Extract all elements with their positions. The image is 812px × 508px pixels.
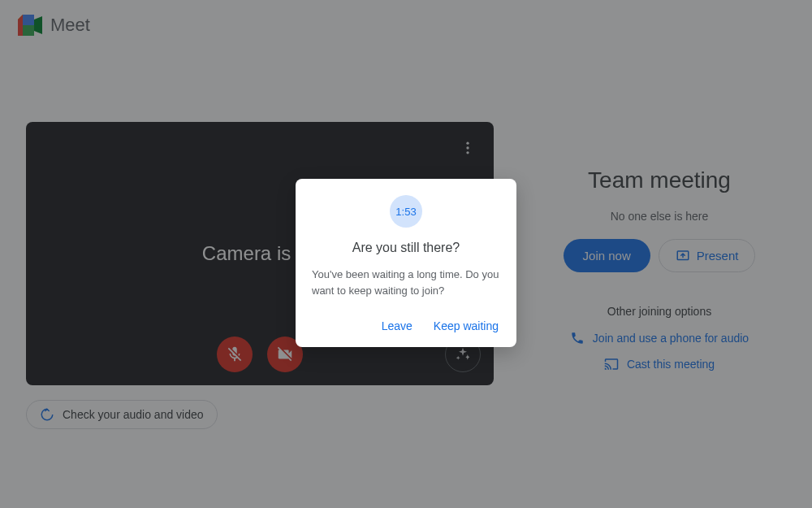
dialog-title: Are you still there?: [312, 241, 500, 255]
leave-button[interactable]: Leave: [380, 315, 414, 337]
dialog-body: You've been waiting a long time. Do you …: [312, 267, 500, 298]
keep-waiting-button[interactable]: Keep waiting: [432, 315, 500, 337]
timer-badge: 1:53: [390, 195, 422, 228]
still-there-dialog: 1:53 Are you still there? You've been wa…: [296, 179, 516, 347]
